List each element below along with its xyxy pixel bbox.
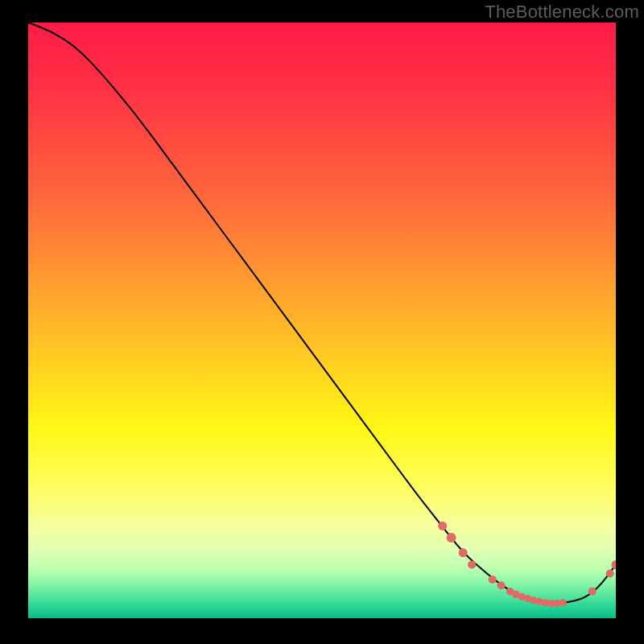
marker-dot: [459, 548, 468, 557]
marker-dot: [489, 576, 497, 584]
chart-frame: TheBottleneck.com: [0, 0, 644, 644]
marker-dot: [438, 522, 447, 530]
marker-dot: [559, 599, 567, 606]
chart-svg: [28, 23, 616, 618]
chart-plot: [28, 23, 616, 618]
gradient-background: [28, 23, 616, 618]
marker-dot: [588, 588, 597, 596]
watermark-text: TheBottleneck.com: [485, 2, 639, 23]
marker-dot: [497, 581, 506, 589]
marker-dot: [606, 570, 614, 578]
marker-dot: [468, 560, 476, 568]
marker-dot: [447, 533, 456, 543]
